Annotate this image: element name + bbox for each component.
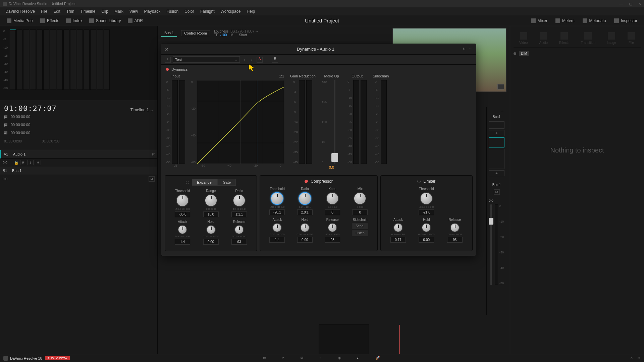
strip-menu-icon[interactable]: ⋯ xyxy=(489,109,504,114)
menu-file[interactable]: File xyxy=(38,8,50,14)
fairlight-page-icon[interactable]: ♪ xyxy=(357,356,362,361)
limiter-enable-toggle[interactable] xyxy=(417,180,421,183)
menu-view[interactable]: View xyxy=(127,8,141,14)
adr-button[interactable]: ADR xyxy=(124,17,146,24)
minimize-icon[interactable]: — xyxy=(619,2,623,6)
exp-ratio-value[interactable]: 1:1.1 xyxy=(231,212,247,217)
menu-help[interactable]: Help xyxy=(244,8,258,14)
ab-b-button[interactable]: B xyxy=(272,57,278,63)
comp-release-knob[interactable] xyxy=(328,223,337,232)
exp-hold-knob[interactable] xyxy=(206,225,216,234)
meters-button[interactable]: Meters xyxy=(552,17,578,24)
exp-attack-knob[interactable] xyxy=(178,225,187,234)
sidechain-listen-button[interactable]: Listen xyxy=(352,230,368,236)
comp-attack-value[interactable]: 1.4 xyxy=(269,237,285,243)
loudness-menu-icon[interactable]: ⋯ xyxy=(255,29,258,33)
cut-page-icon[interactable]: ✂ xyxy=(282,356,287,361)
exp-release-value[interactable]: 93 xyxy=(231,239,247,245)
comp-ratio-knob[interactable] xyxy=(299,192,311,205)
eq-slot[interactable] xyxy=(489,137,504,147)
comp-release-value[interactable]: 93 xyxy=(325,237,340,243)
expander-enable-toggle[interactable] xyxy=(186,181,189,184)
dynamics-slot[interactable] xyxy=(489,149,504,169)
settings-icon[interactable]: ⚙ xyxy=(637,356,641,360)
solo-button[interactable]: S xyxy=(28,160,34,165)
lim-hold-knob[interactable] xyxy=(422,223,431,232)
menu-edit[interactable]: Edit xyxy=(51,8,63,14)
record-arm-button[interactable]: R xyxy=(20,160,26,165)
comp-hold-knob[interactable] xyxy=(300,223,310,232)
tab-transition[interactable]: Transition xyxy=(581,32,596,45)
next-preset-button[interactable]: › xyxy=(249,58,255,62)
prev-preset-button[interactable]: ‹ xyxy=(242,58,247,62)
reset-icon[interactable]: ↻ xyxy=(463,47,466,51)
menu-playback[interactable]: Playback xyxy=(141,8,163,14)
play-icon[interactable]: ▶ xyxy=(4,115,7,118)
lim-hold-value[interactable]: 0.00 xyxy=(419,237,434,243)
lim-release-value[interactable]: 93 xyxy=(447,237,463,243)
maximize-icon[interactable]: ▢ xyxy=(629,2,632,6)
bus-tab[interactable]: Bus 1 xyxy=(161,29,177,37)
exp-release-knob[interactable] xyxy=(234,225,244,234)
makeup-slider[interactable] xyxy=(328,80,341,164)
comp-hold-value[interactable]: 0.00 xyxy=(297,237,313,243)
track-gain[interactable]: 0.0 xyxy=(3,177,13,181)
add-preset-button[interactable]: + xyxy=(165,57,171,63)
color-page-icon[interactable]: ◉ xyxy=(338,356,343,361)
insert-slot[interactable] xyxy=(489,121,504,129)
add-insert-button[interactable]: + xyxy=(489,130,504,136)
mute-button[interactable]: M xyxy=(35,160,41,165)
menu-trim[interactable]: Trim xyxy=(64,8,77,14)
dim-button[interactable]: DIM xyxy=(519,51,529,56)
dialog-menu-icon[interactable]: ⋯ xyxy=(469,47,473,51)
ab-a-button[interactable]: A xyxy=(257,57,263,63)
menu-color[interactable]: Color xyxy=(182,8,197,14)
exp-ratio-knob[interactable] xyxy=(233,194,246,207)
menu-mark[interactable]: Mark xyxy=(112,8,126,14)
makeup-handle[interactable] xyxy=(331,153,338,162)
record-icon[interactable]: ● xyxy=(4,131,7,134)
menu-workspace[interactable]: Workspace xyxy=(218,8,244,14)
comp-attack-knob[interactable] xyxy=(272,223,282,232)
tab-file[interactable]: File xyxy=(628,32,635,45)
mute-button[interactable]: M xyxy=(494,189,500,195)
inspector-button[interactable]: Inspector xyxy=(611,17,641,24)
dynamics-enable-toggle[interactable] xyxy=(166,68,169,71)
lim-attack-value[interactable]: 0.71 xyxy=(390,237,406,243)
lim-threshold-knob[interactable] xyxy=(420,192,433,205)
menu-fusion[interactable]: Fusion xyxy=(164,8,181,14)
mixer-button[interactable]: Mixer xyxy=(528,17,551,24)
index-button[interactable]: Index xyxy=(63,17,86,24)
exp-attack-value[interactable]: 1.4 xyxy=(175,239,190,245)
comp-ratio-value[interactable]: 2.0:1 xyxy=(297,209,313,215)
lim-attack-knob[interactable] xyxy=(393,223,403,232)
expander-mode-button[interactable]: Expander xyxy=(192,179,218,186)
play-icon[interactable]: ▶ xyxy=(4,123,7,126)
fader-handle[interactable] xyxy=(489,218,493,225)
tab-image[interactable]: Image xyxy=(607,32,616,45)
tab-video[interactable]: Video xyxy=(519,32,528,45)
track-b1[interactable]: B1 Bus 1 0.0 M xyxy=(0,167,157,183)
preset-dropdown[interactable]: Test ⌄ xyxy=(173,56,240,63)
close-icon[interactable]: ✕ xyxy=(638,2,641,6)
comp-mix-value[interactable]: 0 xyxy=(352,209,368,215)
dialog-close-button[interactable]: ✕ xyxy=(165,47,169,52)
add-send-button[interactable]: + xyxy=(489,170,504,176)
media-pool-button[interactable]: Media Pool xyxy=(3,17,37,24)
fusion-page-icon[interactable]: ⟐ xyxy=(319,356,325,361)
edit-page-icon[interactable]: ⧉ xyxy=(301,356,306,361)
menu-timeline[interactable]: Timeline xyxy=(77,8,98,14)
comp-knee-knob[interactable] xyxy=(326,192,339,205)
deliver-page-icon[interactable]: 🚀 xyxy=(376,356,381,361)
comp-threshold-knob[interactable] xyxy=(271,192,283,205)
expand-icon[interactable] xyxy=(497,84,504,89)
comp-knee-value[interactable]: 0 xyxy=(325,209,340,215)
mute-button[interactable]: M xyxy=(149,176,155,182)
timeline-dropdown[interactable]: Timeline 1 ⌄ xyxy=(130,105,153,112)
media-page-icon[interactable]: ▭ xyxy=(263,356,268,361)
ab-copy-button[interactable]: → xyxy=(265,58,270,62)
exp-threshold-knob[interactable] xyxy=(176,194,189,207)
gate-mode-button[interactable]: Gate xyxy=(218,179,236,186)
home-icon[interactable]: ⌂ xyxy=(630,356,633,360)
comp-mix-knob[interactable] xyxy=(354,192,366,205)
